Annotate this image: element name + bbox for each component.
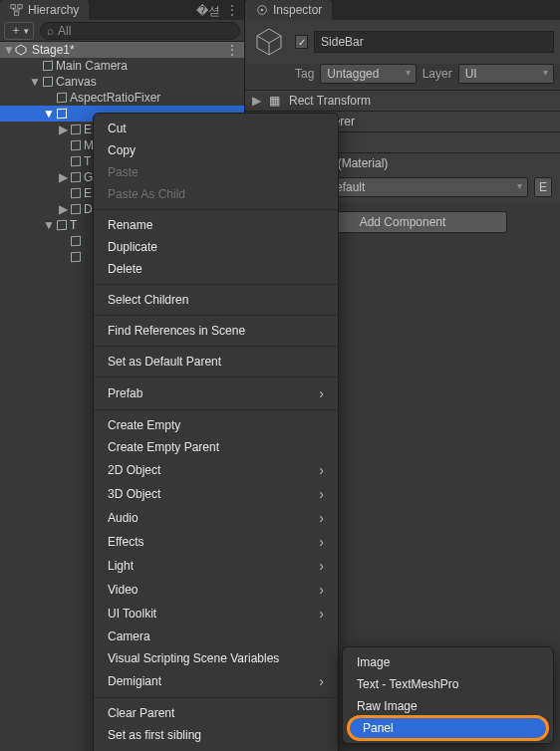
menu-item[interactable]: Audio (94, 506, 338, 530)
menu-item[interactable]: Duplicate (94, 236, 338, 258)
component-header[interactable]: ▶▦Rect Transform (245, 90, 560, 111)
inspector-tab-bar: Inspector (245, 0, 560, 20)
layer-label: Layer (422, 67, 452, 81)
tag-dropdown[interactable]: Untagged (320, 64, 416, 84)
menu-item[interactable]: 3D Object (94, 482, 338, 506)
edit-button[interactable]: E (534, 177, 552, 197)
inspector-header: ✓ (245, 20, 560, 64)
foldout-icon[interactable] (30, 61, 40, 71)
item-label: G (84, 170, 93, 184)
inspector-icon (255, 3, 269, 17)
menu-item[interactable]: Set as first sibling (94, 724, 338, 746)
svg-rect-1 (18, 5, 22, 9)
menu-item[interactable]: Camera (94, 626, 338, 647)
svg-point-4 (261, 9, 264, 12)
foldout-icon[interactable]: ▶ (58, 204, 68, 214)
plus-icon: ＋ (10, 22, 22, 39)
tab-label: Inspector (273, 3, 322, 17)
separator (94, 409, 338, 410)
create-button[interactable]: ＋▾ (4, 22, 34, 40)
gameobject-icon (70, 139, 82, 151)
menu-item[interactable]: Demigiant (94, 669, 338, 693)
hierarchy-item[interactable]: Main Camera (0, 58, 244, 74)
search-placeholder: All (58, 24, 71, 38)
hierarchy-tab-bar: Hierarchy �셛⋮ (0, 0, 244, 20)
foldout-icon[interactable] (58, 156, 68, 166)
menu-item[interactable]: Move To View (94, 746, 338, 751)
scene-row[interactable]: ▼ Stage1* ⋮ (0, 42, 244, 58)
kebab-icon[interactable]: ⋮ (226, 3, 238, 20)
item-label: Main Camera (56, 59, 128, 73)
menu-item[interactable]: Raw Image (343, 695, 553, 717)
menu-item[interactable]: Light (94, 554, 338, 578)
menu-item: Paste (94, 161, 338, 183)
menu-item[interactable]: Cut (94, 118, 338, 139)
lock-icon[interactable]: �셛 (196, 3, 220, 20)
item-label: E (84, 186, 92, 200)
component-icon: ▦ (269, 94, 283, 108)
foldout-icon[interactable] (58, 252, 68, 262)
menu-item[interactable]: Delete (94, 258, 338, 280)
menu-item[interactable]: Clear Parent (94, 702, 338, 724)
menu-item[interactable]: Create Empty (94, 414, 338, 436)
gameobject-icon[interactable] (251, 24, 287, 60)
foldout-icon[interactable]: ▼ (44, 220, 54, 230)
foldout-icon[interactable] (58, 140, 68, 150)
foldout-icon[interactable] (58, 236, 68, 246)
gameobject-icon (56, 92, 68, 104)
gameobject-icon (70, 235, 82, 247)
foldout-icon[interactable]: ▼ (44, 109, 54, 119)
search-input[interactable]: ⌕ All (40, 22, 240, 40)
gameobject-icon (70, 155, 82, 167)
chevron-down-icon[interactable]: ▼ (4, 45, 14, 55)
gameobject-icon (70, 251, 82, 263)
item-label: D (84, 202, 93, 216)
menu-item: Paste As Child (94, 183, 338, 205)
unity-icon (14, 43, 28, 57)
separator (94, 697, 338, 698)
menu-item[interactable]: UI Toolkit (94, 602, 338, 626)
menu-item[interactable]: Text - TextMeshPro (343, 673, 553, 695)
menu-item[interactable]: Visual Scripting Scene Variables (94, 647, 338, 669)
menu-item[interactable]: Find References in Scene (94, 320, 338, 342)
menu-item[interactable]: Image (343, 651, 553, 673)
hierarchy-item[interactable]: ▼Canvas (0, 74, 244, 90)
foldout-icon[interactable]: ▶ (251, 96, 261, 106)
foldout-icon[interactable]: ▶ (58, 172, 68, 182)
gameobject-icon (70, 171, 82, 183)
search-icon: ⌕ (47, 24, 54, 38)
menu-item[interactable]: Copy (94, 139, 338, 161)
component-title: Rect Transform (289, 94, 371, 108)
active-checkbox[interactable]: ✓ (295, 35, 308, 49)
kebab-icon[interactable]: ⋮ (226, 43, 238, 57)
menu-item[interactable]: 2D Object (94, 458, 338, 482)
menu-item[interactable]: Rename (94, 214, 338, 236)
tab-hierarchy[interactable]: Hierarchy (0, 0, 89, 20)
svg-rect-0 (11, 5, 15, 9)
gameobject-icon (56, 108, 68, 120)
menu-item[interactable]: Effects (94, 530, 338, 554)
separator (94, 346, 338, 347)
foldout-icon[interactable]: ▼ (30, 77, 40, 87)
foldout-icon[interactable] (58, 188, 68, 198)
menu-item[interactable]: Panel (349, 717, 547, 739)
svg-rect-2 (14, 12, 18, 16)
foldout-icon[interactable] (44, 93, 54, 103)
gameobject-icon (70, 203, 82, 215)
menu-item[interactable]: Select Children (94, 289, 338, 311)
menu-item[interactable]: Create Empty Parent (94, 436, 338, 458)
layer-dropdown[interactable]: UI (458, 64, 554, 84)
tab-inspector[interactable]: Inspector (245, 0, 332, 20)
foldout-icon[interactable]: ▶ (58, 125, 68, 134)
menu-item[interactable]: Set as Default Parent (94, 351, 338, 373)
separator (94, 315, 338, 316)
item-label: E (84, 123, 92, 136)
menu-item[interactable]: Prefab (94, 381, 338, 405)
gameobject-icon (42, 60, 54, 72)
gameobject-icon (70, 124, 82, 135)
name-field[interactable] (314, 31, 554, 53)
menu-item[interactable]: Video (94, 578, 338, 602)
scene-name: Stage1* (32, 43, 75, 57)
hierarchy-item[interactable]: AspectRatioFixer (0, 90, 244, 106)
gameobject-icon (70, 187, 82, 199)
